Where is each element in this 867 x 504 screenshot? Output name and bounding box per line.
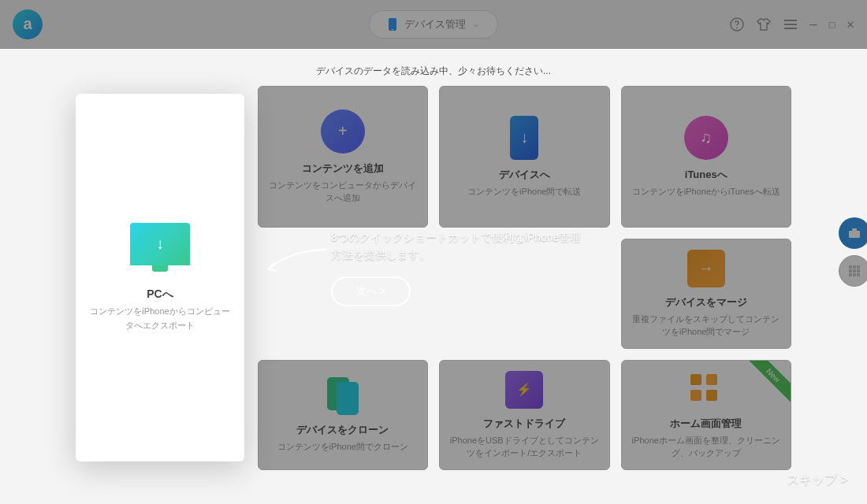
highlight-title: PCへ [147, 287, 173, 302]
next-button[interactable]: 次へ > [331, 276, 411, 306]
highlight-desc: コンテンツをiPhoneからコンピュータへエクスポート [76, 302, 244, 332]
monitor-icon: ↓ [130, 223, 190, 265]
onboard-arrow-icon [260, 246, 331, 277]
onboarding-tooltip: 8つのクイックショートカットで便利なiPhone管理方法を提供します。 次へ > [331, 228, 583, 306]
highlight-card-pc[interactable]: ↓ PCへ コンテンツをiPhoneからコンピュータへエクスポート [76, 94, 244, 461]
onboard-text: 8つのクイックショートカットで便利なiPhone管理方法を提供します。 [331, 228, 583, 264]
skip-button[interactable]: スキップ > [787, 472, 848, 488]
